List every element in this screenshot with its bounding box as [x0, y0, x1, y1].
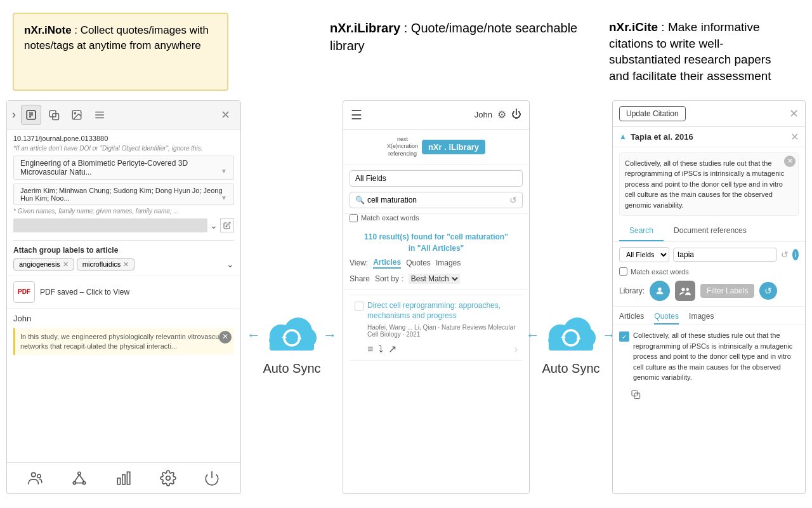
note-icon[interactable] — [21, 105, 41, 125]
auto-sync-left: ← — [241, 196, 343, 494]
paper-row: ▲ Tapia et al. 2016 ✕ — [613, 127, 805, 147]
results-text: 110 result(s) found for — [364, 232, 445, 241]
svg-point-11 — [31, 472, 36, 477]
cite-quote-result: ✓ Collectively, all of these studies rul… — [619, 330, 799, 383]
lib-field-select[interactable]: All Fields — [350, 170, 523, 187]
hamburger-menu-icon[interactable]: ☰ — [351, 107, 362, 123]
copy-quote-icon[interactable] — [631, 391, 641, 401]
icite-panel: Update Citation ✕ ▲ Tapia et al. 2016 ✕ … — [612, 100, 806, 494]
download-action-icon[interactable]: ⤵ — [378, 344, 383, 355]
close-quote-icon[interactable]: ✕ — [219, 331, 232, 344]
tab-articles[interactable]: Articles — [373, 258, 401, 269]
svg-line-16 — [75, 474, 80, 481]
tag-microfluidics-label: microfluidics — [82, 260, 121, 268]
result-tab-quotes[interactable]: Quotes — [654, 312, 679, 324]
lib-view-row: View: Articles Quotes Images — [343, 258, 529, 274]
dropdown-bar[interactable] — [13, 218, 207, 232]
nav-chart-icon[interactable] — [112, 467, 135, 490]
match-exact-checkbox[interactable] — [350, 214, 358, 222]
icite-label: nXr.iCite — [609, 20, 658, 34]
result-tab-images[interactable]: Images — [689, 312, 714, 324]
cite-match-exact-checkbox[interactable] — [619, 267, 627, 276]
tab-doc-refs[interactable]: Document references — [664, 221, 757, 241]
icite-header: Update Citation ✕ — [613, 101, 805, 127]
nav-power-icon[interactable] — [200, 467, 223, 490]
tag-microfluidics[interactable]: microfluidics ✕ — [77, 258, 135, 271]
svg-point-39 — [681, 288, 684, 291]
quote-text: In this study, we engineered physiologic… — [20, 333, 227, 350]
pdf-row[interactable]: PDF PDF saved – Click to View — [7, 276, 240, 309]
image-icon[interactable] — [67, 105, 87, 125]
svg-point-22 — [166, 476, 170, 480]
cite-search-tabs: Search Document references — [613, 221, 805, 242]
tag-angiogenesis[interactable]: angiogenesis ✕ — [13, 258, 74, 271]
remove-microfluidics-icon[interactable]: ✕ — [123, 260, 129, 269]
paper-expand-icon[interactable]: ▲ — [619, 132, 627, 141]
nav-settings-icon[interactable] — [157, 467, 180, 490]
list-action-icon[interactable]: ≡ — [367, 344, 373, 355]
list-icon[interactable] — [89, 105, 110, 125]
nav-network-icon[interactable] — [68, 467, 91, 490]
dropdown-edit-icon[interactable] — [220, 218, 234, 232]
cite-group-icon[interactable] — [675, 281, 695, 301]
info-icon[interactable]: i — [792, 249, 799, 260]
share-action-icon[interactable]: ↗ — [388, 343, 396, 355]
pdf-icon: PDF — [13, 281, 35, 303]
article-actions: ≡ ⤵ ↗ › — [355, 338, 518, 355]
tab-images[interactable]: Images — [436, 258, 461, 267]
tab-search[interactable]: Search — [619, 221, 664, 241]
gear-icon[interactable]: ⚙ — [497, 109, 506, 121]
sync-right-label: Auto Sync — [542, 361, 599, 376]
cite-user-icon[interactable] — [650, 281, 670, 301]
close-quote-x-icon[interactable]: ✕ — [784, 156, 796, 167]
sync-left-wrapper: ← — [247, 314, 337, 376]
article-checkbox[interactable] — [355, 302, 363, 311]
icite-close-icon[interactable]: ✕ — [789, 107, 799, 121]
inote-panel: › ✕ 10.1371/journal.pone.0133880 *If an … — [6, 100, 241, 494]
dropdown-arrow-icon[interactable]: ⌄ — [210, 220, 218, 231]
expand-action-icon[interactable]: › — [514, 344, 518, 355]
result-tab-articles[interactable]: Articles — [619, 312, 644, 324]
cite-field-select[interactable]: All Fields — [619, 247, 669, 262]
update-citation-button[interactable]: Update Citation — [619, 106, 686, 121]
ilibrary-label: nXr.iLibrary — [330, 21, 400, 35]
lib-search-reload-icon[interactable]: ↺ — [509, 195, 517, 205]
sync-cloud-left — [263, 314, 320, 358]
sync-right-wrapper: ← — [526, 314, 616, 376]
lib-search-input[interactable] — [367, 196, 507, 204]
sync-arrows-row-left: ← — [247, 314, 337, 358]
results-query: "cell maturation" — [447, 232, 508, 241]
right-left-arrow-icon: ← — [526, 327, 540, 344]
tab-quotes[interactable]: Quotes — [406, 258, 431, 267]
power-icon[interactable]: ⏻ — [511, 109, 521, 121]
cite-search-input[interactable] — [678, 250, 773, 259]
right-arrow-icon: → — [323, 327, 337, 344]
remove-angiogenesis-icon[interactable]: ✕ — [63, 260, 69, 269]
close-panel-icon[interactable]: ✕ — [215, 105, 235, 125]
article-title[interactable]: Direct cell reprogramming: approaches, m… — [367, 300, 518, 322]
nav-groups-icon[interactable] — [24, 467, 47, 490]
tags-dropdown-icon[interactable]: ⌄ — [226, 259, 234, 269]
inote-description: nXr.iNote : Collect quotes/images with n… — [13, 13, 228, 91]
library-label: Library: — [619, 286, 645, 295]
svg-rect-20 — [122, 474, 125, 484]
quote-result-text: Collectively, all of these studies rule … — [633, 330, 799, 383]
tag-angiogenesis-label: angiogenesis — [19, 260, 60, 268]
paper-close-icon[interactable]: ✕ — [790, 131, 799, 143]
back-arrow-icon[interactable]: › — [12, 108, 16, 121]
search-icon: 🔍 — [355, 196, 365, 204]
filter-labels-button[interactable]: Filter Labels — [700, 284, 754, 298]
cite-reload-icon[interactable]: ↺ — [781, 250, 789, 260]
share-label[interactable]: Share — [350, 274, 370, 283]
lib-header-icons: ⚙ ⏻ — [497, 109, 521, 121]
result-checked-icon[interactable]: ✓ — [619, 331, 629, 342]
cite-refresh-button[interactable]: ↺ — [759, 282, 777, 300]
auto-sync-right: ← — [530, 196, 612, 494]
tags-row: angiogenesis ✕ microfluidics ✕ ⌄ — [7, 258, 240, 273]
logo-line1: next — [387, 136, 418, 144]
authors-field: Jaerim Kim; Minhwan Chung; Sudong Kim; D… — [13, 184, 234, 205]
sort-select[interactable]: Best Match — [409, 274, 460, 284]
ilibrary-panel: ☰ John ⚙ ⏻ next X(e)ncration referencing… — [343, 100, 530, 494]
authors-expand-icon: ▼ — [221, 194, 227, 201]
copy-icon[interactable] — [44, 105, 64, 125]
